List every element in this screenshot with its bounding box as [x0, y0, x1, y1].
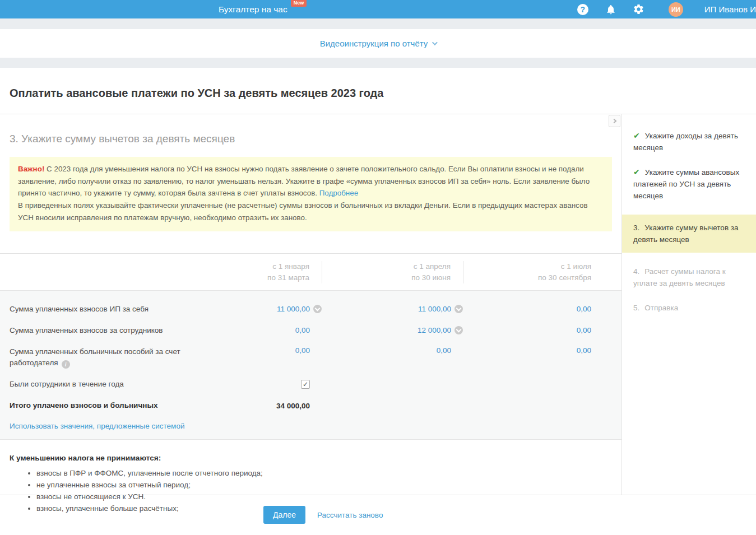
amount-field[interactable]: 0,00	[295, 326, 310, 334]
user-menu[interactable]: ИП Иванов И	[704, 4, 756, 14]
important-label: Важно!	[18, 165, 44, 173]
table-row: Сумма уплаченных взносов за сотрудников …	[0, 320, 622, 341]
notice-paragraph-2: В приведенных полях указывайте фактическ…	[18, 201, 588, 222]
amount-field[interactable]: 0,00	[577, 346, 591, 355]
check-icon: ✔	[633, 168, 640, 176]
video-instruction-label: Видеоинструкция по отчёту	[320, 39, 428, 48]
section-title: 3. Укажите сумму вычетов за девять месяц…	[10, 133, 612, 145]
info-icon[interactable]: i	[62, 360, 70, 369]
row-label: Сумма уплаченных больничных пособий за с…	[0, 346, 182, 369]
divider-strip-2	[0, 58, 756, 68]
check-icon: ✔	[633, 131, 640, 140]
nav-item-accountant-per-hour[interactable]: Бухгалтер на час New	[219, 4, 307, 15]
amount-field[interactable]: 0,00	[437, 346, 451, 355]
divider-strip-top	[0, 18, 756, 29]
period-header-q2: с 1 апреля по 30 июня	[322, 261, 463, 283]
exclusions-list: взносы в ПФР и ФФОМС, уплаченные после о…	[36, 467, 612, 514]
table-body: Сумма уплаченных взносов ИП за себя 11 0…	[0, 290, 622, 440]
chevron-right-icon	[611, 119, 616, 123]
list-item: взносы не относящиеся к УСН.	[36, 491, 612, 503]
table-row: Сумма уплаченных больничных пособий за с…	[0, 341, 622, 374]
amount-field[interactable]: 0,00	[577, 305, 591, 313]
notice-box: Важно! С 2023 года для уменьшения налога…	[10, 157, 612, 231]
table-row: Сумма уплаченных взносов ИП за себя 11 0…	[0, 299, 622, 320]
list-item: взносы в ПФР и ФФОМС, уплаченные после о…	[36, 467, 612, 479]
amount-field[interactable]: 11 000,00	[418, 305, 451, 313]
list-item: взносы, уплаченные больше расчётных;	[36, 503, 612, 514]
steps-sidebar: ✔Укажите доходы за девять месяцев ✔Укажи…	[622, 114, 756, 495]
page-title: Оплатить авансовые платежи по УСН за дев…	[10, 87, 756, 100]
row-label: Сумма уплаченных взносов за сотрудников	[0, 325, 182, 336]
total-row: Итого уплачено взносов и больничных 34 0…	[0, 395, 622, 416]
nav-item-label[interactable]: Бухгалтер на час	[219, 4, 287, 15]
title-band: Оплатить авансовые платежи по УСН за дев…	[0, 68, 756, 114]
total-value: 34 000,00	[276, 402, 310, 410]
help-icon[interactable]: ?	[577, 3, 589, 16]
topbar: Бухгалтер на час New ? ИИ ИП Иванов И	[0, 0, 756, 18]
amount-field[interactable]: 0,00	[577, 326, 591, 334]
table-header-row: с 1 января по 31 марта с 1 апреля по 30 …	[0, 254, 622, 290]
amount-field[interactable]: 11 000,00	[277, 305, 310, 313]
sidebar-step-3-active[interactable]: 3.Укажите сумму вычетов за девять месяце…	[622, 215, 756, 253]
use-system-values-link[interactable]: Использовать значения, предложенные сист…	[10, 422, 184, 430]
exclusions-section: К уменьшению налога не принимаются: взно…	[0, 440, 622, 514]
row-label: Были сотрудники в течение года	[0, 379, 182, 390]
bell-icon[interactable]	[605, 3, 617, 16]
amount-field[interactable]: 12 000,00	[418, 326, 451, 334]
deductions-table: с 1 января по 31 марта с 1 апреля по 30 …	[0, 253, 622, 440]
total-label: Итого уплачено взносов и больничных	[0, 400, 182, 411]
video-band: Видеоинструкция по отчёту	[0, 29, 756, 58]
sidebar-step-2[interactable]: ✔Укажите суммы авансовых платежей по УСН…	[622, 166, 756, 202]
exclusions-title: К уменьшению налога не принимаются:	[10, 454, 612, 462]
main-area: 3. Укажите сумму вычетов за девять месяц…	[0, 114, 756, 495]
expand-amount-icon[interactable]	[313, 305, 322, 313]
sidebar-step-5: 5.Отправка	[622, 302, 756, 314]
sidebar-step-4: 4.Расчет суммы налога к уплате за девять…	[622, 266, 756, 289]
avatar[interactable]: ИИ	[669, 2, 683, 17]
period-header-q3: с 1 июля по 30 сентября	[463, 261, 604, 283]
period-header-q1: с 1 января по 31 марта	[182, 261, 322, 283]
employees-checkbox-row: Были сотрудники в течение года	[0, 374, 622, 395]
chevron-down-icon	[432, 40, 438, 45]
expand-amount-icon[interactable]	[454, 305, 463, 313]
use-system-values-row: Использовать значения, предложенные сист…	[0, 416, 622, 430]
video-instruction-link[interactable]: Видеоинструкция по отчёту	[320, 39, 437, 48]
more-details-link[interactable]: Подробнее	[319, 189, 358, 197]
sidebar-step-1[interactable]: ✔Укажите доходы за девять месяцев	[622, 130, 756, 153]
topbar-right-group: ? ИИ ИП Иванов И	[577, 2, 756, 17]
new-badge: New	[291, 0, 307, 7]
list-item: не уплаченные взносы за отчетный период;	[36, 479, 612, 491]
expand-amount-icon[interactable]	[454, 326, 463, 334]
gear-icon[interactable]	[633, 3, 645, 16]
employees-checkbox[interactable]	[301, 380, 310, 389]
collapse-sidebar-button[interactable]	[609, 115, 620, 127]
notice-paragraph-1: С 2023 года для уменьшения налога по УСН…	[18, 165, 590, 197]
content-panel: 3. Укажите сумму вычетов за девять месяц…	[0, 114, 622, 495]
amount-field[interactable]: 0,00	[295, 346, 310, 355]
row-label: Сумма уплаченных взносов ИП за себя	[0, 304, 182, 315]
